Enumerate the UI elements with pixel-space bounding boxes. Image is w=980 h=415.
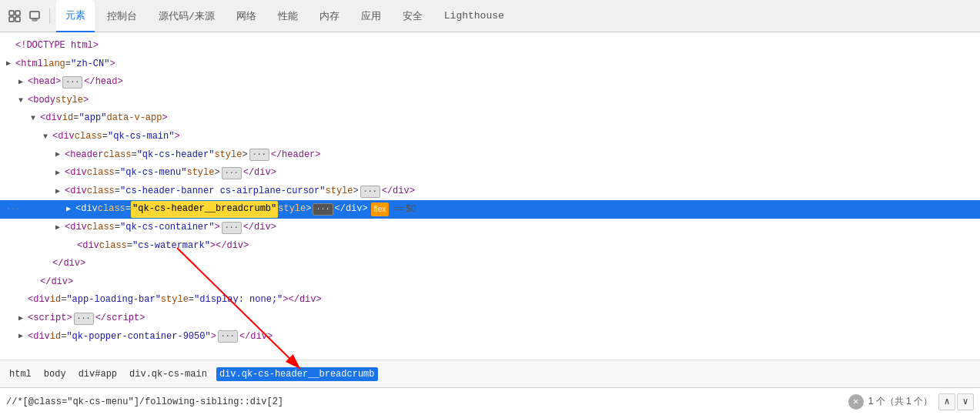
qk-popper-expand-dots[interactable]: ··· [218, 330, 238, 343]
script-expand-dots[interactable]: ··· [74, 313, 94, 325]
header-expand-dots[interactable]: ··· [249, 149, 269, 161]
breadcrumb-expand-dots[interactable]: ··· [313, 203, 333, 216]
breadcrumb-div-app[interactable]: div#app [75, 367, 120, 381]
toggle-qk-cs-main[interactable] [43, 130, 52, 144]
toggle-breadcrumb[interactable] [66, 202, 75, 216]
breadcrumb-class-highlight: "qk-cs-header__breadcrumb" [131, 201, 278, 218]
tab-console[interactable]: 控制台 [98, 0, 146, 32]
dom-line-qk-cs-container: <div class="qk-cs-container" > ··· </div… [0, 219, 980, 237]
dom-line-qk-cs-main: <div class="qk-cs-main" > [0, 128, 980, 146]
dom-line-head: <head> ··· </head> [0, 73, 980, 92]
toggle-div-app[interactable] [31, 112, 40, 126]
cs-header-banner-expand-dots[interactable]: ··· [360, 186, 380, 198]
toggle-script[interactable] [18, 312, 28, 326]
xpath-result-count: 1 个（共 1 个） [868, 395, 932, 408]
dom-line-html: <html lang="zh-CN" > [0, 55, 980, 74]
dom-line-header: <header class="qk-cs-header" style> ··· … [0, 146, 980, 165]
dom-line-qk-cs-menu: <div class="qk-cs-menu" style> ··· </div… [0, 164, 980, 182]
toggle-qk-cs-container[interactable] [55, 221, 65, 235]
device-toggle-icon[interactable] [26, 8, 43, 25]
xpath-bar: ✕ 1 个（共 1 个） ∧ ∨ [0, 387, 980, 415]
breadcrumb-html[interactable]: html [6, 367, 35, 381]
dom-line-breadcrumb[interactable]: ··· <div class= "qk-cs-header__breadcrum… [0, 200, 980, 219]
toolbar-separator [49, 8, 50, 24]
toggle-header[interactable] [55, 148, 65, 162]
toggle-cs-header-banner[interactable] [55, 185, 65, 199]
tab-lighthouse[interactable]: Lighthouse [435, 0, 513, 32]
dom-tree[interactable]: <!DOCTYPE html> <html lang="zh-CN" > <he… [0, 32, 980, 360]
toggle-html[interactable] [6, 57, 15, 71]
dom-line-qk-popper: <div id="qk-popper-container-9050" > ···… [0, 328, 980, 346]
xpath-next-button[interactable]: ∨ [957, 393, 974, 410]
breadcrumb-bar: html body div#app div.qk-cs-main div.qk-… [0, 360, 980, 387]
tab-elements[interactable]: 元素 [56, 0, 95, 32]
head-expand-dots[interactable]: ··· [62, 76, 82, 89]
dom-line-close-div-1: </div> [0, 255, 980, 273]
svg-rect-5 [32, 19, 37, 21]
xpath-clear-button[interactable]: ✕ [848, 394, 864, 410]
svg-rect-3 [15, 17, 20, 22]
toggle-qk-popper[interactable] [18, 330, 28, 343]
breadcrumb-div-qk-cs-header-breadcrumb[interactable]: div.qk-cs-header__breadcrumb [216, 367, 378, 381]
breadcrumb-body[interactable]: body [41, 367, 69, 381]
svg-rect-2 [15, 11, 20, 15]
svg-rect-4 [30, 12, 39, 18]
flex-badge[interactable]: flex [371, 202, 390, 216]
tab-network[interactable]: 网络 [227, 0, 266, 32]
dom-line-cs-header-banner: <div class="cs-header-banner cs-airplane… [0, 182, 980, 201]
tab-sources[interactable]: 源代码/来源 [149, 0, 224, 32]
line-prefix-dots: ··· [6, 202, 17, 216]
toggle-head[interactable] [18, 75, 28, 89]
svg-rect-1 [9, 17, 14, 22]
dom-line-div-app: <div id="app" data-v-app > [0, 109, 980, 128]
xpath-nav: ∧ ∨ [938, 393, 974, 410]
tab-memory[interactable]: 内存 [310, 0, 349, 32]
dom-line-cs-watermark: <div class="cs-watermark" ></div> [0, 237, 980, 256]
tab-application[interactable]: 应用 [352, 0, 390, 32]
qk-cs-menu-expand-dots[interactable]: ··· [222, 167, 242, 179]
tab-security[interactable]: 安全 [393, 0, 432, 32]
tab-performance[interactable]: 性能 [269, 0, 307, 32]
dom-line-close-div-2: </div> [0, 273, 980, 292]
main-content: <!DOCTYPE html> <html lang="zh-CN" > <he… [0, 32, 980, 415]
xpath-input[interactable] [6, 397, 844, 407]
dom-line-doctype: <!DOCTYPE html> [0, 37, 980, 55]
toggle-body[interactable] [18, 94, 28, 108]
xpath-prev-button[interactable]: ∧ [938, 393, 955, 410]
dom-line-body: <body style > [0, 92, 980, 110]
qk-cs-container-expand-dots[interactable]: ··· [222, 222, 242, 234]
dom-line-script: <script> ··· </script> [0, 310, 980, 328]
devtools-toolbar: 元素 控制台 源代码/来源 网络 性能 内存 应用 安全 Lighthouse [0, 0, 980, 32]
dom-line-loading-bar: <div id="app-loading-bar" style="display… [0, 291, 980, 310]
inspect-icon[interactable] [6, 8, 23, 25]
svg-rect-0 [9, 11, 14, 15]
toggle-qk-cs-menu[interactable] [55, 166, 65, 180]
breadcrumb-div-qk-cs-main[interactable]: div.qk-cs-main [126, 367, 210, 381]
